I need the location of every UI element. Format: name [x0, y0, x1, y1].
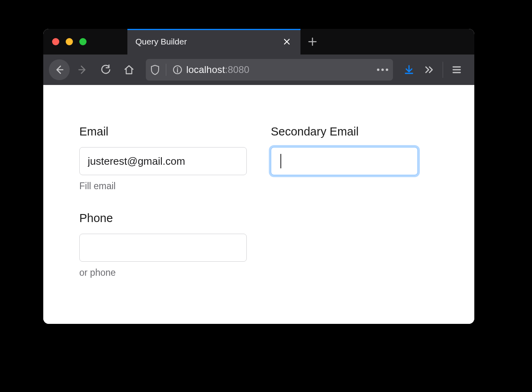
url-text: localhost:8080 — [186, 64, 250, 75]
downloads-button[interactable] — [399, 59, 419, 80]
back-button[interactable] — [49, 59, 70, 80]
secondary-email-input[interactable] — [271, 147, 418, 175]
email-label: Email — [79, 125, 247, 138]
svg-point-1 — [177, 67, 178, 69]
toolbar-right — [399, 59, 469, 80]
maximize-window-button[interactable] — [79, 38, 87, 45]
titlebar: Query Builder — [43, 29, 474, 55]
url-host: localhost — [186, 64, 225, 75]
phone-field-group: Phone or phone — [79, 212, 247, 278]
minimize-window-button[interactable] — [66, 38, 73, 45]
email-hint: Fill email — [79, 181, 247, 192]
home-icon — [124, 65, 134, 75]
url-port: :8080 — [225, 64, 250, 75]
overflow-button[interactable] — [419, 59, 439, 80]
page-actions-button[interactable] — [377, 69, 388, 71]
new-tab-button[interactable] — [300, 29, 324, 55]
close-icon — [283, 38, 290, 45]
browser-tab[interactable]: Query Builder — [127, 29, 300, 55]
arrow-left-icon — [54, 65, 64, 75]
reload-icon — [101, 65, 111, 75]
download-icon — [404, 65, 414, 75]
separator — [166, 64, 166, 76]
email-field-group: Email Fill email — [79, 125, 247, 192]
url-bar[interactable]: localhost:8080 — [146, 59, 393, 81]
close-window-button[interactable] — [52, 38, 59, 45]
hamburger-icon — [452, 65, 461, 75]
form: Email Fill email Secondary Email Phone o… — [79, 125, 438, 278]
chevrons-right-icon — [424, 65, 434, 75]
close-tab-button[interactable] — [281, 36, 292, 47]
page-content: Email Fill email Secondary Email Phone o… — [43, 85, 474, 324]
phone-hint: or phone — [79, 267, 247, 278]
home-button[interactable] — [119, 59, 139, 80]
text-cursor — [280, 154, 281, 168]
secondary-email-label: Secondary Email — [271, 125, 438, 138]
info-icon[interactable] — [173, 65, 182, 75]
phone-label: Phone — [79, 212, 247, 225]
app-menu-button[interactable] — [447, 59, 466, 80]
plus-icon — [308, 37, 317, 46]
arrow-right-icon — [77, 65, 88, 75]
browser-toolbar: localhost:8080 — [43, 55, 474, 85]
phone-input[interactable] — [79, 234, 247, 262]
secondary-email-field-group: Secondary Email — [271, 125, 438, 192]
email-input[interactable] — [79, 147, 247, 175]
separator — [443, 62, 443, 78]
forward-button[interactable] — [72, 59, 93, 80]
shield-icon[interactable] — [151, 65, 159, 75]
tab-title: Query Builder — [135, 37, 281, 46]
reload-button[interactable] — [95, 59, 116, 80]
window-controls — [43, 29, 127, 55]
browser-window: Query Builder — [43, 29, 474, 324]
